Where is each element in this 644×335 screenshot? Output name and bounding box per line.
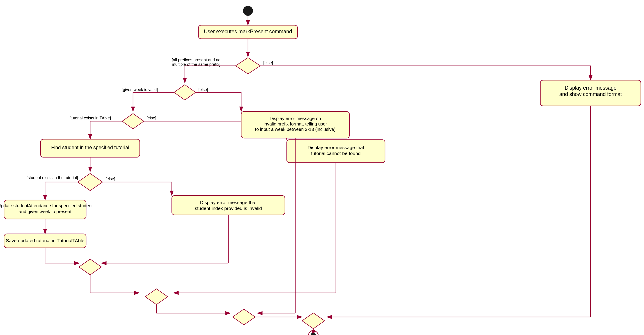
svg-text:and show command format: and show command format — [559, 91, 622, 97]
start — [243, 6, 253, 16]
svg-text:to input a week between 3-13 (: to input a week between 3-13 (inclusive) — [255, 127, 336, 132]
svg-text:[else]: [else] — [146, 116, 156, 120]
svg-text:[else]: [else] — [263, 61, 273, 65]
clean-diagram: User executes markPresent command [all p… — [0, 0, 644, 335]
svg-text:Save updated tutorial in Tutor: Save updated tutorial in TutorialTAble — [6, 238, 84, 243]
svg-text:[all prefixes present and no: [all prefixes present and no — [172, 58, 220, 62]
svg-text:tutorial cannot be found: tutorial cannot be found — [311, 151, 361, 156]
svg-text:Update studentAttendance for s: Update studentAttendance for specified s… — [0, 203, 93, 208]
svg-text:Find student in the specified : Find student in the specified tutorial — [51, 145, 129, 150]
svg-text:Display error message: Display error message — [565, 85, 616, 91]
svg-text:[student exists in the tutoria: [student exists in the tutorial] — [26, 176, 78, 180]
final-diagram: User executes markPresent command [all p… — [0, 0, 644, 335]
svg-text:[else]: [else] — [198, 87, 208, 92]
svg-text:Display error message that: Display error message that — [308, 145, 364, 150]
svg-text:[given week is valid]: [given week is valid] — [122, 87, 158, 92]
svg-text:Display error message that: Display error message that — [200, 200, 257, 205]
svg-text:student index provided is inva: student index provided is invalid — [195, 206, 262, 211]
svg-text:and given week to present: and given week to present — [19, 209, 72, 214]
svg-text:Display error message on: Display error message on — [270, 116, 321, 121]
svg-rect-4 — [0, 0, 644, 335]
svg-text:[else]: [else] — [106, 177, 115, 181]
box-err-student — [172, 196, 285, 215]
svg-text:[tutorial exists in TAble]: [tutorial exists in TAble] — [70, 116, 111, 120]
text-user-exec: User executes markPresent command — [204, 29, 292, 34]
svg-text:invalid prefix format, telling: invalid prefix format, telling user — [264, 121, 327, 126]
